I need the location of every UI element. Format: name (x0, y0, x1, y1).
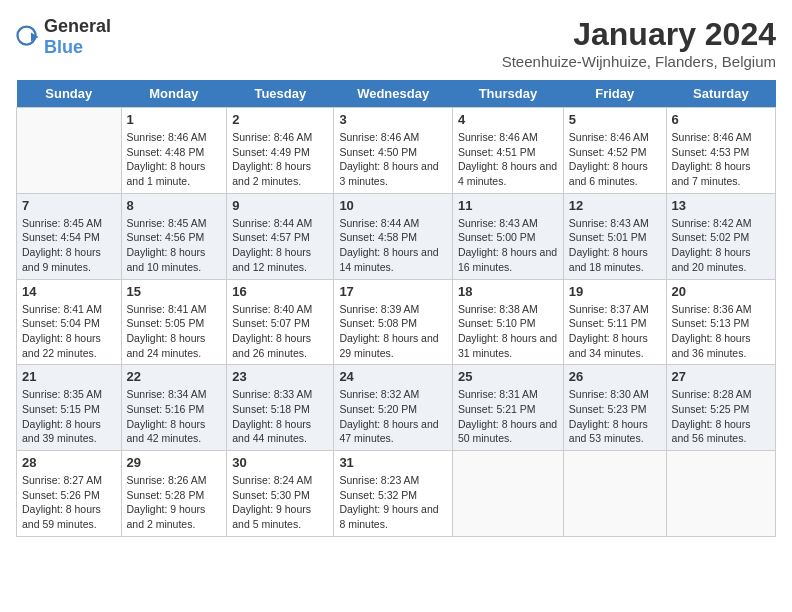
day-number: 26 (569, 369, 661, 384)
calendar-cell: 16Sunrise: 8:40 AMSunset: 5:07 PMDayligh… (227, 279, 334, 365)
cell-details: Sunrise: 8:46 AMSunset: 4:51 PMDaylight:… (458, 130, 558, 189)
calendar-cell: 15Sunrise: 8:41 AMSunset: 5:05 PMDayligh… (121, 279, 227, 365)
cell-details: Sunrise: 8:24 AMSunset: 5:30 PMDaylight:… (232, 473, 328, 532)
calendar-cell: 12Sunrise: 8:43 AMSunset: 5:01 PMDayligh… (563, 193, 666, 279)
day-number: 3 (339, 112, 447, 127)
day-number: 31 (339, 455, 447, 470)
cell-details: Sunrise: 8:35 AMSunset: 5:15 PMDaylight:… (22, 387, 116, 446)
cell-details: Sunrise: 8:46 AMSunset: 4:53 PMDaylight:… (672, 130, 770, 189)
calendar-cell: 30Sunrise: 8:24 AMSunset: 5:30 PMDayligh… (227, 451, 334, 537)
calendar-cell: 11Sunrise: 8:43 AMSunset: 5:00 PMDayligh… (452, 193, 563, 279)
calendar-cell (666, 451, 775, 537)
day-number: 17 (339, 284, 447, 299)
day-number: 12 (569, 198, 661, 213)
calendar-cell: 31Sunrise: 8:23 AMSunset: 5:32 PMDayligh… (334, 451, 453, 537)
cell-details: Sunrise: 8:44 AMSunset: 4:57 PMDaylight:… (232, 216, 328, 275)
calendar-cell: 18Sunrise: 8:38 AMSunset: 5:10 PMDayligh… (452, 279, 563, 365)
calendar-cell: 21Sunrise: 8:35 AMSunset: 5:15 PMDayligh… (17, 365, 122, 451)
calendar-cell: 3Sunrise: 8:46 AMSunset: 4:50 PMDaylight… (334, 108, 453, 194)
cell-details: Sunrise: 8:43 AMSunset: 5:01 PMDaylight:… (569, 216, 661, 275)
calendar-cell: 24Sunrise: 8:32 AMSunset: 5:20 PMDayligh… (334, 365, 453, 451)
day-number: 7 (22, 198, 116, 213)
day-number: 23 (232, 369, 328, 384)
cell-details: Sunrise: 8:36 AMSunset: 5:13 PMDaylight:… (672, 302, 770, 361)
calendar-cell: 10Sunrise: 8:44 AMSunset: 4:58 PMDayligh… (334, 193, 453, 279)
cell-details: Sunrise: 8:26 AMSunset: 5:28 PMDaylight:… (127, 473, 222, 532)
calendar-cell: 20Sunrise: 8:36 AMSunset: 5:13 PMDayligh… (666, 279, 775, 365)
day-number: 9 (232, 198, 328, 213)
cell-details: Sunrise: 8:44 AMSunset: 4:58 PMDaylight:… (339, 216, 447, 275)
day-number: 25 (458, 369, 558, 384)
day-number: 16 (232, 284, 328, 299)
calendar-cell: 29Sunrise: 8:26 AMSunset: 5:28 PMDayligh… (121, 451, 227, 537)
day-number: 4 (458, 112, 558, 127)
day-number: 21 (22, 369, 116, 384)
calendar-cell: 14Sunrise: 8:41 AMSunset: 5:04 PMDayligh… (17, 279, 122, 365)
cell-details: Sunrise: 8:41 AMSunset: 5:04 PMDaylight:… (22, 302, 116, 361)
day-number: 29 (127, 455, 222, 470)
day-header-monday: Monday (121, 80, 227, 108)
day-header-tuesday: Tuesday (227, 80, 334, 108)
day-number: 6 (672, 112, 770, 127)
day-header-sunday: Sunday (17, 80, 122, 108)
cell-details: Sunrise: 8:42 AMSunset: 5:02 PMDaylight:… (672, 216, 770, 275)
cell-details: Sunrise: 8:28 AMSunset: 5:25 PMDaylight:… (672, 387, 770, 446)
day-number: 27 (672, 369, 770, 384)
calendar-cell: 17Sunrise: 8:39 AMSunset: 5:08 PMDayligh… (334, 279, 453, 365)
logo: General Blue (16, 16, 111, 58)
calendar-week-row: 7Sunrise: 8:45 AMSunset: 4:54 PMDaylight… (17, 193, 776, 279)
cell-details: Sunrise: 8:37 AMSunset: 5:11 PMDaylight:… (569, 302, 661, 361)
title-area: January 2024 Steenhuize-Wijnhuize, Fland… (502, 16, 776, 70)
calendar-cell: 27Sunrise: 8:28 AMSunset: 5:25 PMDayligh… (666, 365, 775, 451)
day-header-friday: Friday (563, 80, 666, 108)
logo-blue-text: Blue (44, 37, 83, 57)
cell-details: Sunrise: 8:31 AMSunset: 5:21 PMDaylight:… (458, 387, 558, 446)
calendar-cell (563, 451, 666, 537)
cell-details: Sunrise: 8:46 AMSunset: 4:52 PMDaylight:… (569, 130, 661, 189)
cell-details: Sunrise: 8:46 AMSunset: 4:49 PMDaylight:… (232, 130, 328, 189)
day-number: 22 (127, 369, 222, 384)
cell-details: Sunrise: 8:32 AMSunset: 5:20 PMDaylight:… (339, 387, 447, 446)
day-number: 15 (127, 284, 222, 299)
cell-details: Sunrise: 8:23 AMSunset: 5:32 PMDaylight:… (339, 473, 447, 532)
calendar-cell: 13Sunrise: 8:42 AMSunset: 5:02 PMDayligh… (666, 193, 775, 279)
day-number: 13 (672, 198, 770, 213)
cell-details: Sunrise: 8:38 AMSunset: 5:10 PMDaylight:… (458, 302, 558, 361)
cell-details: Sunrise: 8:34 AMSunset: 5:16 PMDaylight:… (127, 387, 222, 446)
cell-details: Sunrise: 8:39 AMSunset: 5:08 PMDaylight:… (339, 302, 447, 361)
calendar-week-row: 28Sunrise: 8:27 AMSunset: 5:26 PMDayligh… (17, 451, 776, 537)
day-number: 11 (458, 198, 558, 213)
day-number: 14 (22, 284, 116, 299)
page-header: General Blue January 2024 Steenhuize-Wij… (16, 16, 776, 70)
calendar-week-row: 21Sunrise: 8:35 AMSunset: 5:15 PMDayligh… (17, 365, 776, 451)
day-number: 10 (339, 198, 447, 213)
calendar-cell: 2Sunrise: 8:46 AMSunset: 4:49 PMDaylight… (227, 108, 334, 194)
calendar-cell: 25Sunrise: 8:31 AMSunset: 5:21 PMDayligh… (452, 365, 563, 451)
day-number: 18 (458, 284, 558, 299)
day-number: 1 (127, 112, 222, 127)
cell-details: Sunrise: 8:33 AMSunset: 5:18 PMDaylight:… (232, 387, 328, 446)
calendar-cell: 8Sunrise: 8:45 AMSunset: 4:56 PMDaylight… (121, 193, 227, 279)
cell-details: Sunrise: 8:40 AMSunset: 5:07 PMDaylight:… (232, 302, 328, 361)
calendar-cell (452, 451, 563, 537)
calendar-cell: 26Sunrise: 8:30 AMSunset: 5:23 PMDayligh… (563, 365, 666, 451)
calendar-cell: 23Sunrise: 8:33 AMSunset: 5:18 PMDayligh… (227, 365, 334, 451)
day-header-thursday: Thursday (452, 80, 563, 108)
cell-details: Sunrise: 8:45 AMSunset: 4:56 PMDaylight:… (127, 216, 222, 275)
calendar-cell: 4Sunrise: 8:46 AMSunset: 4:51 PMDaylight… (452, 108, 563, 194)
calendar-cell: 9Sunrise: 8:44 AMSunset: 4:57 PMDaylight… (227, 193, 334, 279)
day-header-saturday: Saturday (666, 80, 775, 108)
calendar-cell: 19Sunrise: 8:37 AMSunset: 5:11 PMDayligh… (563, 279, 666, 365)
page-title: January 2024 (502, 16, 776, 53)
calendar-week-row: 1Sunrise: 8:46 AMSunset: 4:48 PMDaylight… (17, 108, 776, 194)
cell-details: Sunrise: 8:41 AMSunset: 5:05 PMDaylight:… (127, 302, 222, 361)
calendar-cell: 5Sunrise: 8:46 AMSunset: 4:52 PMDaylight… (563, 108, 666, 194)
cell-details: Sunrise: 8:45 AMSunset: 4:54 PMDaylight:… (22, 216, 116, 275)
calendar-cell: 1Sunrise: 8:46 AMSunset: 4:48 PMDaylight… (121, 108, 227, 194)
calendar-cell: 22Sunrise: 8:34 AMSunset: 5:16 PMDayligh… (121, 365, 227, 451)
calendar-cell (17, 108, 122, 194)
days-header-row: SundayMondayTuesdayWednesdayThursdayFrid… (17, 80, 776, 108)
day-number: 28 (22, 455, 116, 470)
cell-details: Sunrise: 8:43 AMSunset: 5:00 PMDaylight:… (458, 216, 558, 275)
calendar-cell: 7Sunrise: 8:45 AMSunset: 4:54 PMDaylight… (17, 193, 122, 279)
